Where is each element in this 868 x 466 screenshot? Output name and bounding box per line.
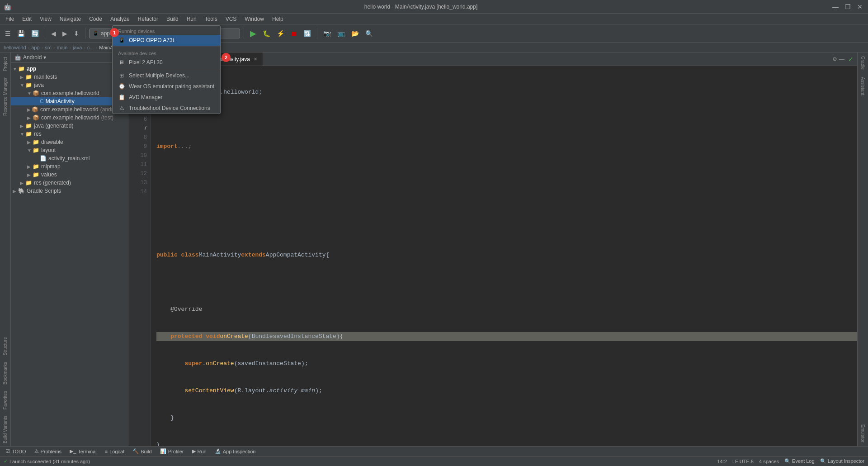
tree-item-package-androidtest[interactable]: ▶ 📦 com.example.helloworld (androidTest) <box>11 105 128 114</box>
dropdown-pixel2-device[interactable]: 🖥 Pixel 2 API 30 <box>113 57 220 68</box>
status-left: ✓ Launch succeeded (31 minutes ago) <box>4 458 714 464</box>
bottom-tab-terminal[interactable]: ▶_ Terminal <box>66 447 100 456</box>
toolbar-camera-btn[interactable]: 📷 <box>321 29 333 38</box>
tree-item-app[interactable]: ▼ 📁 app <box>11 65 128 73</box>
tree-item-drawable[interactable]: ▶ 📁 drawable <box>11 138 128 146</box>
tree-item-manifests[interactable]: ▶ 📁 manifests <box>11 73 128 81</box>
dropdown-oppo-device[interactable]: 📱 OPPO OPPO A73t <box>113 35 220 46</box>
dropdown-select-multiple[interactable]: ⊞ Select Multiple Devices... <box>113 70 220 81</box>
sidebar-project-icon[interactable]: Project <box>2 54 9 74</box>
bottom-tab-build[interactable]: 🔨 Build <box>129 447 155 456</box>
tab-close-main-activity[interactable]: ✕ <box>254 57 257 62</box>
tree-item-res-generated[interactable]: ▶ 📁 res (generated) <box>11 179 128 187</box>
dropdown-troubleshoot[interactable]: ⚠ Troubleshoot Device Connections <box>113 103 220 114</box>
menu-refactor[interactable]: Refactor <box>134 15 162 23</box>
dropdown-avd-manager[interactable]: 📋 AVD Manager <box>113 92 220 103</box>
toolbar-profile-btn[interactable]: ⚡ <box>274 29 287 38</box>
sidebar-structure-icon[interactable]: Structure <box>2 334 9 358</box>
bottom-tab-logcat[interactable]: ≡ Logcat <box>101 447 128 456</box>
oppo-device-label: OPPO OPPO A73t <box>129 37 174 43</box>
code-content[interactable]: package com.example.helloworld; import .… <box>151 66 857 446</box>
tree-item-values[interactable]: ▶ 📁 values <box>11 171 128 179</box>
toolbar-search-btn[interactable]: 🔍 <box>363 29 375 38</box>
tree-item-java[interactable]: ▼ 📁 java <box>11 81 128 89</box>
toolbar-menu-icon[interactable]: ☰ <box>3 29 13 38</box>
device-dropdown[interactable]: Running devices 📱 OPPO OPPO A73t Availab… <box>112 25 221 114</box>
tree-item-res[interactable]: ▼ 📁 res <box>11 130 128 138</box>
emulator-sidebar-icon[interactable]: Emulator <box>859 421 866 446</box>
menu-vcs[interactable]: VCS <box>222 15 241 23</box>
sidebar-resource-icon[interactable]: Resource Manager <box>2 75 9 119</box>
bc-helloworld[interactable]: helloworld <box>4 45 26 50</box>
tree-item-mainactivity[interactable]: ▶ C MainActivity <box>11 97 128 105</box>
toolbar-stop-btn[interactable]: ⏹ <box>288 29 299 38</box>
menu-view[interactable]: View <box>36 15 55 23</box>
android-view-selector[interactable]: 🤖 Android ▾ <box>14 54 46 61</box>
minimize-button[interactable]: — <box>830 3 840 10</box>
toolbar-sync-btn[interactable]: 🔄 <box>29 29 41 38</box>
toolbar-save-btn[interactable]: 💾 <box>15 29 27 38</box>
bc-main[interactable]: main <box>57 45 68 50</box>
menu-file[interactable]: File <box>2 15 18 23</box>
tab-minimize-btn[interactable]: — <box>839 56 844 62</box>
tree-item-package-main[interactable]: ▼ 📦 com.example.helloworld <box>11 89 128 97</box>
sidebar-bookmarks-icon[interactable]: Bookmarks <box>2 359 9 387</box>
tree-item-java-generated[interactable]: ▶ 📁 java (generated) <box>11 122 128 130</box>
menu-run[interactable]: Run <box>183 15 200 23</box>
toolbar-sync2-btn[interactable]: 🔃 <box>301 29 313 38</box>
menu-help[interactable]: Help <box>269 15 287 23</box>
status-indent[interactable]: 4 spaces <box>759 459 779 464</box>
toolbar-forward-btn[interactable]: ▶ <box>60 29 70 38</box>
toolbar-separator-1 <box>45 28 45 39</box>
bc-java[interactable]: java <box>73 45 82 50</box>
menu-navigate[interactable]: Navigate <box>56 15 85 23</box>
sidebar-build-variants-icon[interactable]: Build Variants <box>2 413 9 446</box>
code-area: 1 2 3 4 5 6 7 8 9 10 11 12 13 14 package… <box>128 66 857 446</box>
layout-inspector-link[interactable]: 🔍 Layout Inspector <box>820 458 864 464</box>
terminal-icon: ▶_ <box>70 448 76 454</box>
bottom-tab-problems[interactable]: ⚠ Problems <box>31 447 65 456</box>
tab-settings-btn[interactable]: ⚙ <box>832 56 837 62</box>
menu-analyze[interactable]: Analyze <box>107 15 133 23</box>
status-encoding[interactable]: LF UTF-8 <box>732 459 754 464</box>
code-line-12: setContentView(R.layout.activity_main); <box>156 386 857 395</box>
menu-bar: File Edit View Navigate Code Analyze Ref… <box>0 14 868 24</box>
dropdown-wear-os[interactable]: ⌚ Wear OS emulator pairing assistant <box>113 81 220 92</box>
todo-icon: ☑ <box>5 448 10 454</box>
package-icon-androidtest: 📦 <box>32 106 38 113</box>
device-icon: 📱 <box>92 30 99 37</box>
bottom-tab-todo[interactable]: ☑ TODO <box>2 447 30 456</box>
run-button[interactable]: ▶ <box>248 27 259 40</box>
close-button[interactable]: ✕ <box>855 3 864 10</box>
tree-item-activity-main-xml[interactable]: ▶ 📄 activity_main.xml <box>11 154 128 162</box>
bc-app[interactable]: app <box>31 45 39 50</box>
tree-item-package-test[interactable]: ▶ 📦 com.example.helloworld (test) <box>11 114 128 122</box>
bc-src[interactable]: src <box>45 45 52 50</box>
tree-item-gradle-scripts[interactable]: ▶ 🐘 Gradle Scripts <box>11 187 128 195</box>
package-icon-main: 📦 <box>33 90 39 96</box>
bottom-tab-profiler[interactable]: 📊 Profiler <box>156 447 188 456</box>
status-position[interactable]: 14:2 <box>717 459 727 464</box>
toolbar-separator-3 <box>244 28 244 39</box>
menu-code[interactable]: Code <box>85 15 106 23</box>
sidebar-favorites-icon[interactable]: Favorites <box>2 388 9 412</box>
menu-window[interactable]: Window <box>241 15 268 23</box>
toolbar-screen-btn[interactable]: 📺 <box>335 29 347 38</box>
window-title: hello world - MainActivity.java [hello_w… <box>11 4 830 10</box>
menu-build[interactable]: Build <box>163 15 182 23</box>
tree-item-mipmap[interactable]: ▶ 📁 mipmap <box>11 162 128 171</box>
event-log-link[interactable]: 🔍 Event Log <box>784 458 815 464</box>
bottom-tab-run[interactable]: ▶ Run <box>189 447 210 456</box>
toolbar-back-btn[interactable]: ◀ <box>49 29 58 38</box>
gradle-sidebar-icon[interactable]: Gradle <box>859 52 866 73</box>
bottom-tab-app-inspection[interactable]: 🔬 App Inspection <box>211 447 259 456</box>
assistant-sidebar-icon[interactable]: Assistant <box>859 73 866 99</box>
toolbar-device-file-btn[interactable]: 📂 <box>349 29 361 38</box>
tree-item-layout[interactable]: ▼ 📁 layout <box>11 146 128 154</box>
menu-edit[interactable]: Edit <box>19 15 35 23</box>
toolbar-recent-btn[interactable]: ⬇ <box>71 29 81 38</box>
restore-button[interactable]: ❐ <box>843 3 853 10</box>
toolbar-debug-btn[interactable]: 🐛 <box>260 29 273 38</box>
menu-tools[interactable]: Tools <box>201 15 221 23</box>
bc-package[interactable]: c... <box>87 45 94 50</box>
